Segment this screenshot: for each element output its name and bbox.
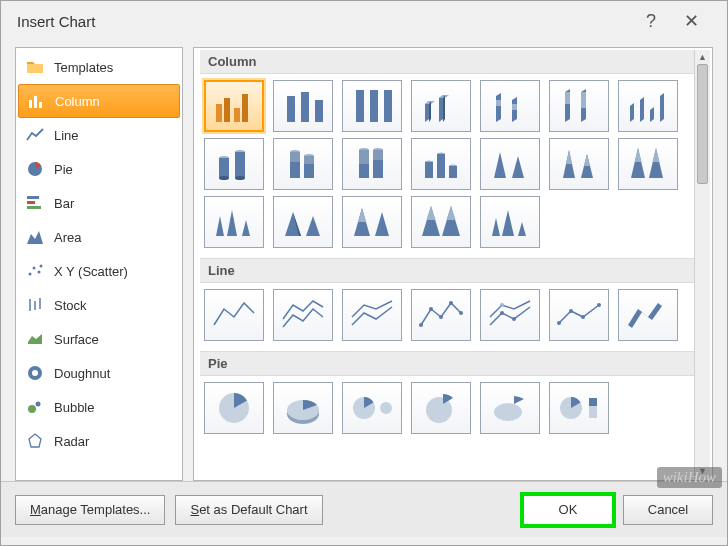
doughnut-icon	[26, 364, 44, 382]
scroll-up-icon[interactable]: ▲	[695, 50, 710, 64]
svg-point-15	[32, 370, 38, 376]
svg-rect-2	[39, 102, 42, 108]
help-button[interactable]: ?	[631, 11, 671, 32]
chart-type-line[interactable]	[204, 289, 264, 341]
chart-type-3d-100-stacked-column[interactable]	[549, 80, 609, 132]
chart-type-100-stacked-line[interactable]	[342, 289, 402, 341]
manage-templates-button[interactable]: Manage Templates...	[15, 495, 165, 525]
sidebar-item-label: Area	[54, 230, 81, 245]
svg-point-40	[235, 176, 245, 180]
svg-rect-19	[216, 104, 222, 122]
chart-type-cone-100-stacked[interactable]	[618, 138, 678, 190]
svg-point-69	[581, 315, 585, 319]
chart-type-3d-clustered-column[interactable]	[411, 80, 471, 132]
gallery-row	[200, 80, 698, 138]
sidebar-item-label: X Y (Scatter)	[54, 264, 128, 279]
chart-type-3d-stacked-column[interactable]	[480, 80, 540, 132]
sidebar-item-line[interactable]: Line	[18, 118, 180, 152]
svg-point-63	[459, 311, 463, 315]
dialog-footer: Manage Templates... Set as Default Chart…	[1, 481, 727, 537]
sidebar-item-bar[interactable]: Bar	[18, 186, 180, 220]
chart-type-pyramid-clustered[interactable]	[273, 196, 333, 248]
sidebar-item-scatter[interactable]: X Y (Scatter)	[18, 254, 180, 288]
svg-rect-43	[290, 152, 300, 162]
svg-rect-0	[29, 100, 32, 108]
chart-type-stacked-column[interactable]	[273, 80, 333, 132]
sidebar-item-label: Templates	[54, 60, 113, 75]
chart-type-bar-of-pie[interactable]	[549, 382, 609, 434]
area-icon	[26, 228, 44, 246]
svg-point-64	[500, 311, 504, 315]
chart-type-pie[interactable]	[204, 382, 264, 434]
chart-type-3d-cylinder[interactable]	[411, 138, 471, 190]
chart-type-3d-line[interactable]	[618, 289, 678, 341]
sidebar-item-surface[interactable]: Surface	[18, 322, 180, 356]
chart-gallery: Column	[193, 47, 713, 481]
chart-type-3d-column[interactable]	[618, 80, 678, 132]
sidebar-item-label: Column	[55, 94, 100, 109]
scatter-icon	[26, 262, 44, 280]
bar-icon	[26, 194, 44, 212]
svg-rect-30	[356, 90, 364, 102]
sidebar-item-label: Bubble	[54, 400, 94, 415]
sidebar-item-label: Bar	[54, 196, 74, 211]
titlebar: Insert Chart ? ✕	[1, 1, 727, 41]
gallery-section-column: Column	[200, 50, 694, 74]
sidebar-item-pie[interactable]: Pie	[18, 152, 180, 186]
chart-type-100-stacked-column[interactable]	[342, 80, 402, 132]
chart-type-exploded-3d-pie[interactable]	[480, 382, 540, 434]
chart-type-cylinder-clustered[interactable]	[204, 138, 264, 190]
cancel-button[interactable]: Cancel	[623, 495, 713, 525]
chart-type-pyramid-stacked[interactable]	[342, 196, 402, 248]
svg-rect-52	[373, 150, 383, 160]
bubble-icon	[26, 398, 44, 416]
chart-type-cone-clustered[interactable]	[480, 138, 540, 190]
svg-rect-36	[219, 158, 229, 178]
surface-icon	[26, 330, 44, 348]
gallery-scrollbar[interactable]: ▲ ▼	[694, 50, 710, 478]
chart-type-exploded-pie[interactable]	[411, 382, 471, 434]
svg-rect-24	[287, 96, 295, 106]
chart-type-3d-pie[interactable]	[273, 382, 333, 434]
sidebar-item-stock[interactable]: Stock	[18, 288, 180, 322]
svg-rect-1	[34, 96, 37, 108]
chart-type-cone-stacked[interactable]	[549, 138, 609, 190]
svg-point-76	[494, 403, 522, 421]
sidebar-item-templates[interactable]: Templates	[18, 50, 180, 84]
sidebar-item-radar[interactable]: Radar	[18, 424, 180, 458]
set-as-default-chart-button[interactable]: Set as Default Chart	[175, 495, 322, 525]
ok-button[interactable]: OK	[523, 495, 613, 525]
chart-type-stacked-line-markers[interactable]	[480, 289, 540, 341]
chart-type-cylinder-100-stacked[interactable]	[342, 138, 402, 190]
dialog-body: Templates Column Line Pie Bar Area	[1, 41, 727, 481]
chart-type-stacked-line[interactable]	[273, 289, 333, 341]
svg-rect-5	[27, 201, 35, 204]
gallery-section-line: Line	[200, 258, 694, 283]
chart-type-cylinder-stacked[interactable]	[273, 138, 333, 190]
scroll-down-icon[interactable]: ▼	[695, 464, 710, 478]
svg-rect-20	[224, 98, 230, 122]
chart-type-line-markers[interactable]	[411, 289, 471, 341]
sidebar-item-area[interactable]: Area	[18, 220, 180, 254]
svg-point-59	[419, 323, 423, 327]
sidebar-item-label: Surface	[54, 332, 99, 347]
sidebar-item-doughnut[interactable]: Doughnut	[18, 356, 180, 390]
sidebar-item-column[interactable]: Column	[18, 84, 180, 118]
chart-type-pie-of-pie[interactable]	[342, 382, 402, 434]
close-button[interactable]: ✕	[671, 10, 711, 32]
svg-rect-34	[384, 90, 392, 98]
chart-type-3d-cone[interactable]	[204, 196, 264, 248]
sidebar-item-bubble[interactable]: Bubble	[18, 390, 180, 424]
chart-type-clustered-column[interactable]	[204, 80, 264, 132]
svg-rect-58	[449, 166, 457, 178]
svg-point-68	[569, 309, 573, 313]
scroll-thumb[interactable]	[697, 64, 708, 184]
svg-rect-28	[315, 100, 323, 108]
chart-type-100-stacked-line-markers[interactable]	[549, 289, 609, 341]
chart-type-3d-pyramid[interactable]	[480, 196, 540, 248]
svg-point-37	[219, 176, 229, 180]
svg-rect-26	[301, 92, 309, 106]
sidebar-item-label: Line	[54, 128, 79, 143]
svg-point-8	[33, 267, 36, 270]
chart-type-pyramid-100-stacked[interactable]	[411, 196, 471, 248]
